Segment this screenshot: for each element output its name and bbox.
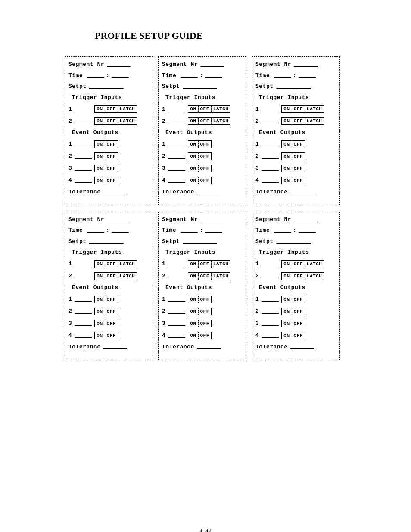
time-blank-2[interactable] (112, 73, 129, 78)
toggle-off[interactable]: OFF (105, 296, 118, 303)
toggle-latch[interactable]: LATCH (305, 106, 324, 112)
event-toggle-2[interactable]: ONOFF (188, 308, 212, 315)
trigger-toggle-2[interactable]: ONOFFLATCH (188, 117, 230, 125)
toggle-on[interactable]: ON (188, 153, 198, 160)
toggle-off[interactable]: OFF (105, 308, 118, 315)
toggle-on[interactable]: ON (188, 177, 198, 184)
event-toggle-4[interactable]: ONOFF (188, 177, 212, 184)
trigger-blank-2[interactable] (75, 274, 92, 278)
toggle-latch[interactable]: LATCH (118, 261, 137, 268)
toggle-on[interactable]: ON (95, 332, 104, 339)
toggle-off[interactable]: OFF (105, 118, 118, 124)
time-blank-1[interactable] (87, 73, 104, 78)
event-toggle-3[interactable]: ONOFF (281, 320, 305, 327)
time-blank-1[interactable] (181, 73, 198, 78)
segment-nr-blank[interactable] (200, 62, 224, 67)
toggle-off[interactable]: OFF (292, 332, 305, 339)
tolerance-blank[interactable] (290, 190, 314, 194)
toggle-off[interactable]: OFF (292, 177, 305, 184)
toggle-off[interactable]: OFF (292, 320, 305, 327)
trigger-blank-1[interactable] (262, 107, 279, 111)
event-blank-3[interactable] (75, 321, 92, 325)
toggle-on[interactable]: ON (282, 308, 291, 315)
setpt-blank[interactable] (276, 84, 311, 89)
toggle-on[interactable]: ON (95, 177, 104, 184)
toggle-on[interactable]: ON (95, 320, 104, 327)
trigger-blank-1[interactable] (75, 262, 92, 266)
toggle-on[interactable]: ON (282, 296, 291, 303)
setpt-blank[interactable] (183, 84, 217, 89)
time-blank-2[interactable] (205, 228, 222, 233)
time-blank-1[interactable] (181, 228, 198, 233)
toggle-on[interactable]: ON (188, 273, 198, 280)
setpt-blank[interactable] (276, 240, 311, 244)
toggle-on[interactable]: ON (282, 177, 291, 184)
toggle-on[interactable]: ON (188, 118, 198, 124)
trigger-blank-1[interactable] (262, 262, 279, 266)
tolerance-blank[interactable] (290, 345, 314, 349)
trigger-blank-2[interactable] (168, 119, 185, 123)
toggle-off[interactable]: OFF (199, 320, 211, 327)
event-blank-2[interactable] (168, 309, 185, 313)
time-blank-1[interactable] (87, 228, 104, 233)
event-toggle-1[interactable]: ONOFF (188, 296, 212, 303)
toggle-on[interactable]: ON (188, 332, 198, 339)
toggle-latch[interactable]: LATCH (305, 261, 324, 268)
event-blank-2[interactable] (168, 154, 185, 159)
trigger-toggle-1[interactable]: ON OFF LATCH (94, 105, 137, 113)
event-blank-4[interactable] (168, 333, 185, 337)
toggle-off[interactable]: OFF (292, 296, 305, 303)
toggle-off[interactable]: OFF (292, 165, 305, 172)
toggle-off[interactable]: OFF (105, 273, 118, 280)
trigger-toggle-1[interactable]: ONOFFLATCH (281, 105, 324, 113)
segment-nr-blank[interactable] (107, 62, 131, 67)
time-blank-2[interactable] (112, 228, 129, 233)
toggle-on[interactable]: ON (95, 261, 104, 268)
toggle-off[interactable]: OFF (199, 153, 211, 160)
toggle-off[interactable]: OFF (105, 261, 118, 268)
toggle-latch[interactable]: LATCH (212, 106, 230, 112)
setpt-blank[interactable] (89, 240, 124, 244)
time-blank-1[interactable] (274, 228, 291, 233)
toggle-off[interactable]: OFF (199, 296, 211, 303)
tolerance-blank[interactable] (103, 190, 127, 194)
segment-nr-blank[interactable] (200, 217, 224, 221)
toggle-latch[interactable]: LATCH (305, 118, 324, 124)
trigger-toggle-1[interactable]: ONOFFLATCH (188, 260, 230, 268)
toggle-off[interactable]: OFF (292, 308, 305, 315)
time-blank-2[interactable] (299, 73, 316, 78)
toggle-on[interactable]: ON (282, 153, 291, 160)
toggle-on[interactable]: ON (188, 261, 198, 268)
event-blank-1[interactable] (75, 142, 92, 146)
tolerance-blank[interactable] (103, 345, 127, 349)
segment-nr-blank[interactable] (107, 217, 131, 221)
toggle-off[interactable]: OFF (105, 153, 118, 160)
toggle-latch[interactable]: LATCH (212, 273, 230, 280)
toggle-off[interactable]: OFF (105, 177, 118, 184)
trigger-toggle-2[interactable]: ONOFFLATCH (188, 272, 230, 280)
trigger-blank-2[interactable] (262, 119, 279, 123)
event-toggle-1[interactable]: ONOFF (281, 296, 305, 303)
toggle-on[interactable]: ON (282, 261, 291, 268)
toggle-on[interactable]: ON (282, 106, 291, 112)
event-blank-4[interactable] (262, 333, 279, 337)
toggle-on[interactable]: ON (282, 141, 291, 148)
event-toggle-2[interactable]: ONOFF (94, 308, 118, 315)
event-toggle-3[interactable]: ON OFF (94, 165, 118, 172)
toggle-off[interactable]: OFF (292, 261, 305, 268)
toggle-latch[interactable]: LATCH (212, 261, 230, 268)
event-blank-1[interactable] (262, 142, 279, 146)
toggle-on[interactable]: ON (188, 308, 198, 315)
event-toggle-4[interactable]: ONOFF (281, 332, 305, 339)
toggle-on[interactable]: ON (282, 118, 291, 124)
event-toggle-1[interactable]: ON OFF (94, 140, 118, 148)
trigger-blank-1[interactable] (75, 107, 92, 111)
event-toggle-1[interactable]: ONOFF (188, 140, 212, 148)
time-blank-2[interactable] (299, 228, 316, 233)
trigger-toggle-2[interactable]: ONOFFLATCH (281, 117, 324, 125)
event-toggle-2[interactable]: ON OFF (94, 152, 118, 160)
toggle-off[interactable]: OFF (292, 141, 305, 148)
setpt-blank[interactable] (183, 240, 217, 244)
trigger-toggle-2[interactable]: ON OFF LATCH (94, 117, 137, 125)
event-toggle-3[interactable]: ONOFF (94, 320, 118, 327)
